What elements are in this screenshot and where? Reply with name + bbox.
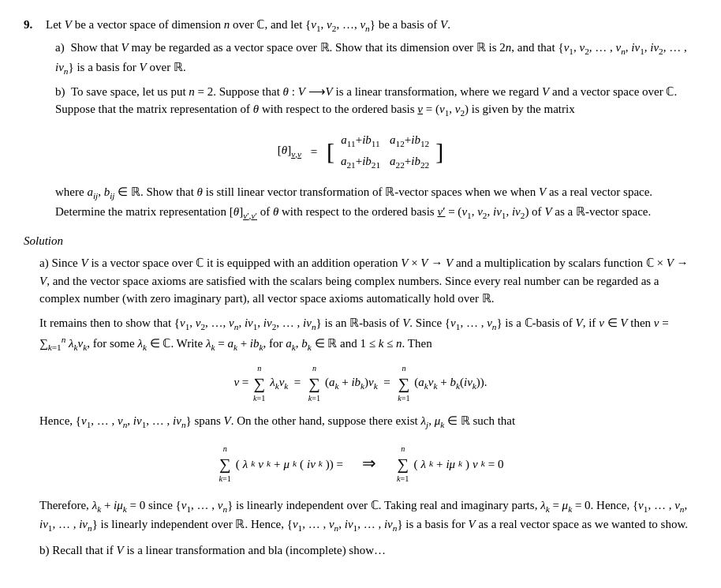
- problem-header: 9. Let V be a vector space of dimension …: [24, 16, 697, 36]
- matrix-inner: a11+ib11 a12+ib12 a21+ib21 a22+ib22: [341, 131, 429, 172]
- implies-arrow: ⇒: [362, 451, 376, 477]
- hence-content: Hence, {v1, … , vn, iv1, … , ivn} spans …: [39, 414, 515, 427]
- matrix-lhs: [θ]v,v: [278, 141, 301, 161]
- solution-part-a: a) Since V is a vector space over ℂ it i…: [39, 254, 697, 308]
- problem-intro: Let V be a vector space of dimension n o…: [46, 16, 450, 36]
- sum-equation: v = n ∑ k=1 λkvk = n ∑ k=1 (ak + ibk)vk …: [24, 362, 697, 404]
- part-b: b) To save space, let us put n = 2. Supp…: [55, 83, 697, 120]
- sum-implies-equation: n ∑ k=1 (λkvk + μk(ivk)) = ⇒ n ∑ k=1 (λk…: [24, 443, 697, 485]
- part-a-text: Show that V may be regarded as a vector …: [55, 41, 687, 73]
- solution-header: Solution: [24, 232, 697, 250]
- matrix-cell-21: a21+ib21: [341, 152, 380, 172]
- part-a-label: a): [55, 41, 65, 54]
- last-line: b) Recall that if V is a linear transfor…: [39, 541, 697, 560]
- solution-a-text: a) Since V is a vector space over ℂ it i…: [39, 257, 689, 305]
- matrix-cell-11: a11+ib11: [341, 131, 380, 151]
- therefore-text: Therefore, λk + iμk = 0 since {v1, … , v…: [39, 496, 697, 536]
- matrix-equals-sign: =: [308, 143, 320, 161]
- part-b-label: b): [55, 85, 65, 98]
- part-b-text: To save space, let us put n = 2. Suppose…: [55, 85, 677, 116]
- solution-a-remains: It remains then to show that {v1, v2, …,…: [39, 314, 697, 355]
- matrix-equation: [θ]v,v = [ a11+ib11 a12+ib12 a21+ib21 a2…: [278, 131, 443, 172]
- matrix-display: [θ]v,v = [ a11+ib11 a12+ib12 a21+ib21 a2…: [24, 131, 697, 172]
- part-b-continued-text: where aij, bij ∈ ℝ. Show that θ is still…: [55, 185, 652, 218]
- therefore-content: Therefore, λk + iμk = 0 since {v1, … , v…: [39, 499, 688, 531]
- last-line-text: b) Recall that if V is a linear transfor…: [39, 544, 386, 556]
- solution-a-remains-text: It remains then to show that {v1, v2, …,…: [39, 316, 669, 350]
- problem-number: 9.: [24, 16, 41, 36]
- part-b-continued: where aij, bij ∈ ℝ. Show that θ is still…: [55, 183, 697, 223]
- matrix-cell-12: a12+ib12: [390, 131, 429, 151]
- matrix-bracket-right: ]: [435, 140, 443, 163]
- matrix-bracket-left: [: [327, 140, 334, 163]
- page-content: 9. Let V be a vector space of dimension …: [24, 16, 697, 560]
- part-a: a) Show that V may be regarded as a vect…: [55, 39, 697, 78]
- matrix-cell-22: a22+ib22: [390, 152, 429, 172]
- hence-text: Hence, {v1, … , vn, iv1, … , ivn} spans …: [39, 412, 697, 432]
